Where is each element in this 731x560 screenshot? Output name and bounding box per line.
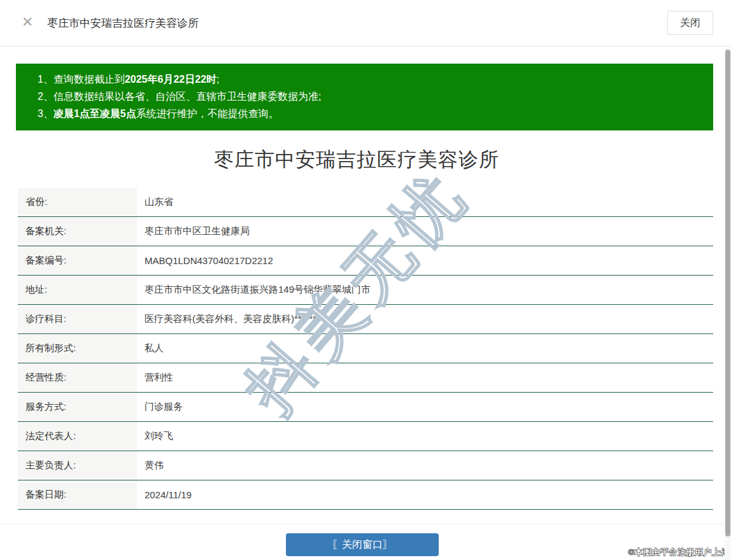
field-value: MABQ1LDN437040217D2212 <box>137 246 273 275</box>
field-label: 地址: <box>18 276 137 304</box>
field-value: 山东省 <box>137 188 173 216</box>
field-label: 经营性质: <box>18 363 137 392</box>
field-label: 所有制形式: <box>18 334 137 363</box>
field-value: 营利性 <box>137 363 173 392</box>
page-title: 枣庄市中安瑞吉拉医疗美容诊所 <box>0 146 713 174</box>
field-value: 枣庄市市中区卫生健康局 <box>137 217 250 246</box>
field-value: 医疗美容科(美容外科、美容皮肤科)****** <box>137 305 316 333</box>
notice-box: 1、查询数据截止到2025年6月22日22时; 2、信息数据结果以各省、自治区、… <box>16 64 713 130</box>
field-value: 枣庄市市中区文化路街道振兴路149号锦华翡翠城门市 <box>137 276 371 304</box>
footer-bar: 〖关闭窗口〗 <box>0 524 725 560</box>
notice-line-2: 2、信息数据结果以各省、自治区、直辖市卫生健康委数据为准; <box>38 88 700 105</box>
close-button[interactable]: 关闭 <box>667 11 713 35</box>
table-row-ownership: 所有制形式: 私人 <box>18 334 713 363</box>
field-value: 黄伟 <box>137 451 164 480</box>
header-bar: ✕ 枣庄市中安瑞吉拉医疗美容诊所 关闭 <box>0 0 731 46</box>
clinic-record-page: ✕ 枣庄市中安瑞吉拉医疗美容诊所 关闭 1、查询数据截止到2025年6月22日2… <box>0 0 731 560</box>
table-row-address: 地址: 枣庄市市中区文化路街道振兴路149号锦华翡翠城门市 <box>18 276 713 305</box>
window-title: 枣庄市中安瑞吉拉医疗美容诊所 <box>47 16 199 31</box>
field-value: 私人 <box>137 334 164 363</box>
table-row-record-number: 备案编号: MABQ1LDN437040217D2212 <box>18 246 713 276</box>
notice-line-3: 3、凌晨1点至凌晨5点系统进行维护，不能提供查询。 <box>38 105 700 122</box>
field-label: 主要负责人: <box>18 451 137 480</box>
scrollbar-thumb[interactable] <box>725 50 730 536</box>
table-row-departments: 诊疗科目: 医疗美容科(美容外科、美容皮肤科)****** <box>18 305 713 334</box>
field-value: 刘玲飞 <box>137 422 173 451</box>
attribution-text: ©本图由平台注册用户上传 <box>628 547 729 558</box>
table-row-record-date: 备案日期: 2024/11/19 <box>18 480 713 510</box>
table-row-legal-representative: 法定代表人: 刘玲飞 <box>18 422 713 451</box>
field-label: 备案编号: <box>18 246 137 275</box>
vertical-scrollbar[interactable] <box>725 47 731 560</box>
field-label: 诊疗科目: <box>18 305 137 333</box>
notice-line-1: 1、查询数据截止到2025年6月22日22时; <box>38 71 700 88</box>
field-label: 法定代表人: <box>18 422 137 451</box>
field-label: 服务方式: <box>18 393 137 421</box>
table-row-business-nature: 经营性质: 营利性 <box>18 363 713 393</box>
table-row-service-mode: 服务方式: 门诊服务 <box>18 393 713 422</box>
field-label: 备案日期: <box>18 480 137 509</box>
field-value: 门诊服务 <box>137 393 183 421</box>
field-label: 省份: <box>18 188 137 216</box>
close-window-button[interactable]: 〖关闭窗口〗 <box>286 533 439 556</box>
field-label: 备案机关: <box>18 217 137 246</box>
record-table: 省份: 山东省 备案机关: 枣庄市市中区卫生健康局 备案编号: MABQ1LDN… <box>18 188 713 510</box>
table-row-province: 省份: 山东省 <box>18 188 713 217</box>
table-row-principal: 主要负责人: 黄伟 <box>18 451 713 480</box>
table-row-authority: 备案机关: 枣庄市市中区卫生健康局 <box>18 217 713 246</box>
close-icon[interactable]: ✕ <box>22 15 33 29</box>
field-value: 2024/11/19 <box>137 480 192 509</box>
